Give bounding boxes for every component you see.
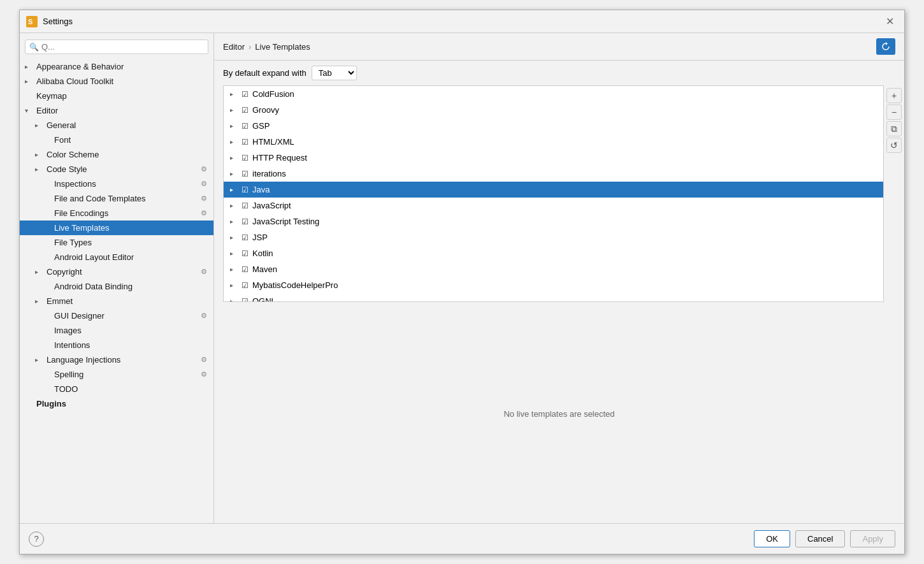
template-row-kotlin[interactable]: ▸☑Kotlin bbox=[224, 245, 883, 261]
sidebar-label: Plugins bbox=[36, 399, 66, 409]
copy-button[interactable]: ⧉ bbox=[886, 121, 902, 136]
template-name: iterations bbox=[252, 169, 286, 178]
sidebar-label: Appearance & Behavior bbox=[36, 62, 124, 71]
sidebar-item-keymap[interactable]: Keymap bbox=[20, 89, 213, 103]
sidebar-label: Android Data Binding bbox=[54, 282, 133, 291]
no-selection-area: No live templates are selected bbox=[214, 305, 904, 524]
chevron-icon: ▸ bbox=[35, 356, 43, 363]
sidebar-item-editor[interactable]: ▾Editor bbox=[20, 103, 213, 118]
sidebar-item-android-data-binding[interactable]: Android Data Binding bbox=[20, 279, 213, 294]
checkbox-icon: ☑ bbox=[242, 233, 249, 242]
chevron-icon: ▸ bbox=[25, 78, 32, 85]
sidebar-item-gui-designer[interactable]: GUI Designer⚙ bbox=[20, 308, 213, 323]
expand-chevron: ▸ bbox=[230, 218, 238, 225]
sidebar-item-general[interactable]: ▸General bbox=[20, 118, 213, 133]
template-row-groovy[interactable]: ▸☑Groovy bbox=[224, 102, 883, 118]
sidebar-item-intentions[interactable]: Intentions bbox=[20, 338, 213, 352]
sidebar-item-alibaba[interactable]: ▸Alibaba Cloud Toolkit bbox=[20, 74, 213, 89]
search-icon: 🔍 bbox=[29, 43, 39, 52]
template-row-java[interactable]: ▸☑Java bbox=[224, 182, 883, 198]
template-row-html-xml[interactable]: ▸☑HTML/XML bbox=[224, 134, 883, 150]
template-name: GSP bbox=[252, 121, 270, 131]
sidebar-label: Android Layout Editor bbox=[54, 252, 134, 262]
right-panel: Editor › Live Templates By default expan… bbox=[214, 33, 904, 523]
footer-left: ? bbox=[29, 531, 44, 547]
sidebar-item-inspections[interactable]: Inspections⚙ bbox=[20, 177, 213, 191]
sidebar-item-live-templates[interactable]: Live Templates bbox=[20, 221, 213, 235]
settings-small-icon: ⚙ bbox=[199, 180, 208, 189]
sidebar-item-todo[interactable]: TODO bbox=[20, 382, 213, 396]
sidebar-item-copyright[interactable]: ▸Copyright⚙ bbox=[20, 264, 213, 279]
template-name: HTTP Request bbox=[252, 153, 307, 163]
search-box[interactable]: 🔍 bbox=[25, 40, 208, 54]
action-buttons: + − ⧉ ↺ bbox=[886, 85, 904, 305]
top-bar-right bbox=[876, 38, 895, 55]
template-name: JavaScript Testing bbox=[252, 217, 319, 226]
chevron-icon: ▸ bbox=[35, 298, 43, 305]
expand-chevron: ▸ bbox=[230, 90, 238, 98]
sidebar-item-font[interactable]: Font bbox=[20, 133, 213, 147]
checkbox-icon: ☑ bbox=[242, 297, 249, 302]
revert-button[interactable]: ↺ bbox=[886, 138, 902, 153]
remove-button[interactable]: − bbox=[886, 105, 902, 120]
template-row-http-request[interactable]: ▸☑HTTP Request bbox=[224, 150, 883, 166]
template-name: Maven bbox=[252, 264, 277, 274]
expand-select[interactable]: Tab Enter Space bbox=[312, 66, 357, 80]
sidebar-item-file-encodings[interactable]: File Encodings⚙ bbox=[20, 206, 213, 221]
sidebar-label: Keymap bbox=[36, 91, 67, 101]
sidebar-item-emmet[interactable]: ▸Emmet bbox=[20, 294, 213, 308]
sync-button[interactable] bbox=[876, 38, 895, 55]
expand-chevron: ▸ bbox=[230, 282, 238, 289]
breadcrumb-parent: Editor bbox=[223, 42, 245, 52]
sidebar-label: General bbox=[47, 120, 76, 130]
search-input[interactable] bbox=[41, 42, 204, 52]
sidebar-item-code-style[interactable]: ▸Code Style⚙ bbox=[20, 162, 213, 177]
template-name: Groovy bbox=[252, 105, 279, 115]
template-row-mybatis[interactable]: ▸☑MybatisCodeHelperPro bbox=[224, 277, 883, 293]
expand-chevron: ▸ bbox=[230, 250, 238, 257]
template-name: HTML/XML bbox=[252, 137, 294, 147]
template-row-ognl[interactable]: ▸☑OGNL bbox=[224, 293, 883, 302]
settings-small-icon: ⚙ bbox=[199, 209, 208, 218]
template-row-jsp[interactable]: ▸☑JSP bbox=[224, 229, 883, 245]
sidebar-item-spelling[interactable]: Spelling⚙ bbox=[20, 367, 213, 382]
sidebar-item-file-code-templates[interactable]: File and Code Templates⚙ bbox=[20, 191, 213, 206]
sidebar-item-images[interactable]: Images bbox=[20, 323, 213, 338]
template-list: ▸☑ColdFusion▸☑Groovy▸☑GSP▸☑HTML/XML▸☑HTT… bbox=[223, 85, 884, 302]
chevron-icon: ▾ bbox=[25, 107, 32, 114]
checkbox-icon: ☑ bbox=[242, 281, 249, 290]
template-row-maven[interactable]: ▸☑Maven bbox=[224, 261, 883, 277]
checkbox-icon: ☑ bbox=[242, 138, 249, 147]
template-name: JSP bbox=[252, 233, 268, 242]
template-row-gsp[interactable]: ▸☑GSP bbox=[224, 118, 883, 134]
checkbox-icon: ☑ bbox=[242, 106, 249, 115]
chevron-icon: ▸ bbox=[35, 122, 43, 129]
sidebar-item-plugins[interactable]: Plugins bbox=[20, 396, 213, 411]
sidebar-item-appearance[interactable]: ▸Appearance & Behavior bbox=[20, 59, 213, 74]
expand-chevron: ▸ bbox=[230, 266, 238, 273]
checkbox-icon: ☑ bbox=[242, 201, 249, 210]
close-button[interactable]: ✕ bbox=[882, 14, 898, 29]
dialog-title: Settings bbox=[43, 17, 73, 26]
help-button[interactable]: ? bbox=[29, 531, 44, 547]
expand-chevron: ▸ bbox=[230, 170, 238, 177]
template-row-coldfusion[interactable]: ▸☑ColdFusion bbox=[224, 86, 883, 102]
template-name: ColdFusion bbox=[252, 89, 294, 99]
cancel-button[interactable]: Cancel bbox=[795, 530, 845, 547]
template-row-javascript[interactable]: ▸☑JavaScript bbox=[224, 198, 883, 213]
template-row-javascript-testing[interactable]: ▸☑JavaScript Testing bbox=[224, 213, 883, 229]
checkbox-icon: ☑ bbox=[242, 249, 249, 258]
sidebar-label: TODO bbox=[54, 384, 78, 394]
sidebar-item-language-injections[interactable]: ▸Language Injections⚙ bbox=[20, 352, 213, 367]
expand-chevron: ▸ bbox=[230, 106, 238, 113]
sidebar-item-color-scheme[interactable]: ▸Color Scheme bbox=[20, 147, 213, 162]
ok-button[interactable]: OK bbox=[754, 530, 790, 547]
sidebar-item-android-layout[interactable]: Android Layout Editor bbox=[20, 250, 213, 264]
apply-button[interactable]: Apply bbox=[850, 530, 895, 547]
sidebar-item-file-types[interactable]: File Types bbox=[20, 235, 213, 250]
template-name: JavaScript bbox=[252, 201, 291, 210]
checkbox-icon: ☑ bbox=[242, 90, 249, 99]
breadcrumb-current: Live Templates bbox=[255, 42, 310, 52]
template-row-iterations[interactable]: ▸☑iterations bbox=[224, 166, 883, 182]
add-button[interactable]: + bbox=[886, 88, 902, 103]
